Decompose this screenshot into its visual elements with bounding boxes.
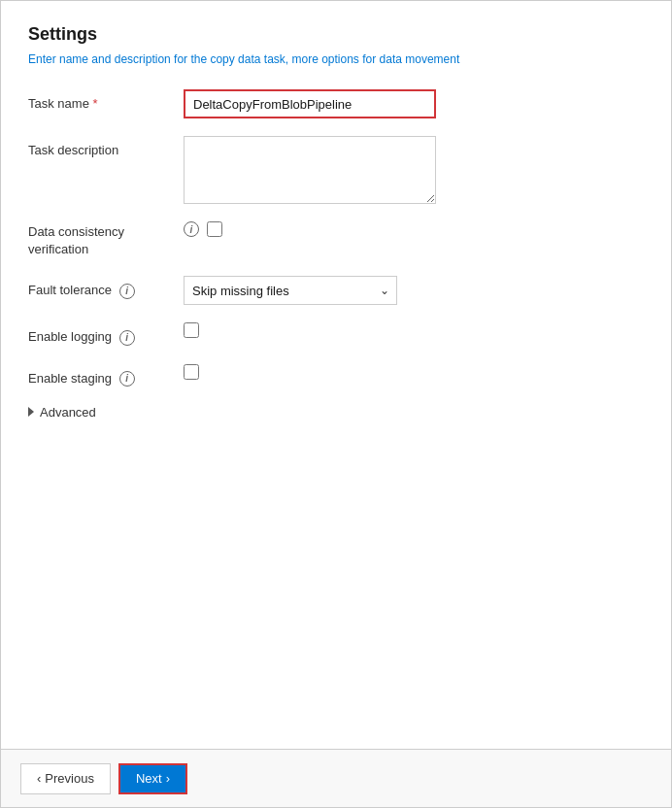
previous-button[interactable]: ‹ Previous (20, 763, 111, 794)
footer: ‹ Previous Next › (1, 749, 671, 807)
task-name-input[interactable] (184, 89, 436, 118)
required-star: * (93, 96, 98, 111)
fault-tolerance-control: Skip missing files No skip Skip incompat… (184, 276, 644, 305)
enable-staging-info-icon: i (119, 371, 135, 387)
task-description-label: Task description (28, 136, 184, 159)
enable-logging-checkbox[interactable] (184, 322, 199, 338)
task-name-row: Task name * (28, 89, 644, 118)
fault-tolerance-info-icon: i (119, 284, 135, 299)
advanced-chevron-icon (28, 407, 34, 417)
enable-logging-label: Enable logging i (28, 322, 184, 346)
next-label: Next (136, 771, 162, 786)
content-area: Settings Enter name and description for … (1, 1, 671, 749)
enable-logging-checkbox-wrapper (184, 322, 199, 338)
settings-window: Settings Enter name and description for … (0, 0, 672, 808)
fault-tolerance-select-wrapper: Skip missing files No skip Skip incompat… (184, 276, 397, 305)
task-description-input[interactable] (184, 136, 436, 204)
fault-tolerance-select[interactable]: Skip missing files No skip Skip incompat… (184, 276, 397, 305)
fault-tolerance-label: Fault tolerance i (28, 276, 184, 299)
previous-chevron-icon: ‹ (37, 771, 41, 786)
consistency-info-icon: i (184, 221, 199, 237)
data-consistency-row: Data consistency verification i (28, 221, 644, 258)
enable-staging-label: Enable staging i (28, 364, 184, 387)
enable-staging-control (184, 364, 644, 380)
enable-logging-control (184, 322, 644, 338)
enable-logging-row: Enable logging i (28, 322, 644, 346)
advanced-label: Advanced (40, 405, 96, 420)
data-consistency-checkbox[interactable] (207, 221, 222, 237)
task-name-control (184, 89, 644, 118)
next-chevron-icon: › (166, 771, 170, 786)
data-consistency-control: i (184, 221, 644, 237)
task-description-control (184, 136, 644, 204)
enable-staging-checkbox[interactable] (184, 364, 199, 380)
task-name-label: Task name * (28, 89, 184, 113)
consistency-checkbox-wrapper (207, 221, 222, 237)
page-subtitle: Enter name and description for the copy … (28, 52, 644, 66)
next-button[interactable]: Next › (118, 763, 187, 794)
task-description-row: Task description (28, 136, 644, 204)
enable-staging-row: Enable staging i (28, 364, 644, 387)
fault-tolerance-row: Fault tolerance i Skip missing files No … (28, 276, 644, 305)
previous-label: Previous (45, 771, 94, 786)
advanced-row[interactable]: Advanced (28, 405, 644, 420)
data-consistency-label: Data consistency verification (28, 221, 184, 258)
page-title: Settings (28, 24, 644, 45)
enable-logging-info-icon: i (119, 330, 135, 346)
enable-staging-checkbox-wrapper (184, 364, 199, 380)
